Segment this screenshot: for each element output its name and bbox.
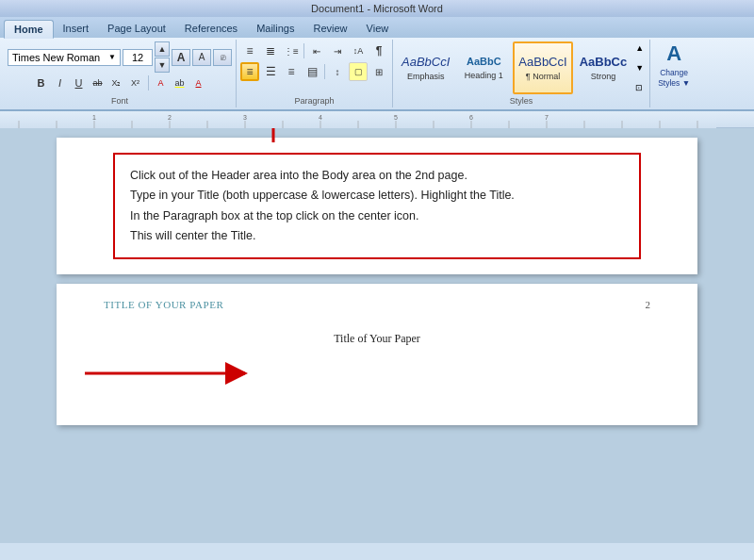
increase-indent-btn[interactable]: ⇥ — [328, 41, 347, 60]
superscript-btn[interactable]: X² — [127, 74, 144, 91]
svg-text:7: 7 — [545, 114, 549, 121]
title-bar: Document1 - Microsoft Word — [0, 0, 754, 17]
styles-scroll-up[interactable]: ▲ — [635, 43, 644, 53]
style-emphasis-label: Emphasis — [407, 72, 445, 81]
bullets-btn[interactable]: ≡ — [240, 41, 259, 60]
highlight-btn[interactable]: ab — [172, 74, 188, 91]
shrink-font-btn[interactable]: A — [192, 49, 211, 66]
change-styles-label: ChangeStyles ▼ — [658, 68, 690, 89]
divider2 — [303, 43, 304, 58]
grow-font-btn[interactable]: A — [172, 49, 190, 66]
change-styles-icon: A — [666, 43, 681, 64]
align-center-btn[interactable]: ☰ — [261, 62, 280, 81]
tab-mailings[interactable]: Mailings — [247, 19, 303, 38]
page2-header-row: TITLE OF YOUR PAPER 2 — [104, 299, 650, 310]
shading-btn[interactable]: ▢ — [349, 62, 368, 81]
font-name-box[interactable]: Times New Roman ▼ — [8, 49, 121, 66]
font-name: Times New Roman — [12, 52, 100, 63]
font-name-dropdown[interactable]: ▼ — [108, 53, 116, 61]
decrease-indent-btn[interactable]: ⇤ — [307, 41, 326, 60]
style-heading1-label: Heading 1 — [465, 71, 503, 80]
font-size-down[interactable]: ▼ — [155, 58, 170, 73]
justify-btn[interactable]: ▤ — [303, 62, 321, 81]
bold-btn[interactable]: B — [33, 74, 50, 91]
paragraph-group: ≡ ≣ ⋮≡ ⇤ ⇥ ↕A ¶ ≡ ☰ ≡ ▤ ↕ ▢ ⊞ Paragraph — [237, 40, 393, 107]
page1: Click out of the Header area into the Bo… — [57, 138, 697, 274]
tab-bar: Home Insert Page Layout References Maili… — [0, 17, 754, 38]
show-formatting-btn[interactable]: ¶ — [369, 41, 388, 60]
ribbon: Times New Roman ▼ 12 ▲ ▼ A A ⎚ B I U ab … — [0, 38, 754, 111]
underline-btn[interactable]: U — [71, 74, 88, 91]
styles-group: AaBbCcI Emphasis AaBbC Heading 1 AaBbCcI… — [393, 40, 650, 107]
text-effects-btn[interactable]: A — [153, 74, 170, 91]
page2-body: Title of Your Paper — [104, 329, 650, 346]
borders-btn[interactable]: ⊞ — [369, 62, 388, 81]
font-size-up[interactable]: ▲ — [155, 41, 170, 57]
font-group-label: Font — [111, 94, 128, 106]
sort-btn[interactable]: ↕A — [349, 41, 368, 60]
format-buttons-row: B I U ab X₂ X² A ab A — [33, 74, 207, 91]
main-area: Click out of the Header area into the Bo… — [0, 128, 754, 543]
tab-page-layout[interactable]: Page Layout — [98, 19, 175, 38]
style-strong[interactable]: AaBbCc Strong — [575, 41, 632, 94]
font-size: 12 — [132, 52, 143, 63]
divider3 — [324, 64, 325, 79]
instruction-line-2: Type in your Title (both uppercase & low… — [130, 186, 624, 206]
tab-home[interactable]: Home — [4, 20, 54, 39]
strikethrough-btn[interactable]: ab — [90, 74, 107, 91]
subscript-btn[interactable]: X₂ — [108, 74, 125, 91]
italic-btn[interactable]: I — [52, 74, 69, 91]
styles-expand[interactable]: ⊡ — [635, 83, 644, 92]
ruler: 1 2 3 4 5 6 7 — [0, 111, 754, 128]
red-arrow-title — [66, 345, 292, 402]
tab-view[interactable]: View — [357, 19, 399, 38]
style-strong-preview: AaBbCc — [580, 55, 628, 70]
para-row1: ≡ ≣ ⋮≡ ⇤ ⇥ ↕A ¶ — [240, 41, 388, 60]
clear-format-btn[interactable]: ⎚ — [213, 49, 232, 66]
align-left-btn[interactable]: ≡ — [240, 62, 259, 81]
line-spacing-btn[interactable]: ↕ — [328, 62, 347, 81]
title-text: Document1 - Microsoft Word — [311, 3, 443, 14]
instruction-line-4: This will center the Title. — [130, 226, 624, 246]
svg-text:4: 4 — [319, 114, 322, 121]
tab-references[interactable]: References — [175, 19, 247, 38]
style-strong-label: Strong — [591, 72, 616, 81]
svg-text:6: 6 — [469, 114, 473, 121]
page2-title: Title of Your Paper — [334, 332, 420, 345]
svg-text:3: 3 — [243, 114, 247, 121]
font-group: Times New Roman ▼ 12 ▲ ▼ A A ⎚ B I U ab … — [4, 40, 237, 107]
font-color-btn[interactable]: A — [190, 74, 207, 91]
styles-scroll: ▲ ▼ ⊡ — [633, 41, 646, 94]
svg-text:2: 2 — [168, 114, 172, 121]
paragraph-group-label: Paragraph — [294, 94, 334, 106]
style-normal[interactable]: AaBbCcI ¶ Normal — [513, 41, 572, 94]
svg-text:5: 5 — [394, 114, 398, 121]
font-size-box[interactable]: 12 — [123, 49, 153, 66]
style-normal-preview: AaBbCcI — [518, 55, 566, 70]
font-size-arrows: ▲ ▼ — [155, 41, 170, 73]
para-row2: ≡ ☰ ≡ ▤ ↕ ▢ ⊞ — [240, 62, 388, 81]
style-emphasis[interactable]: AaBbCcI Emphasis — [397, 41, 454, 94]
tab-insert[interactable]: Insert — [54, 19, 99, 38]
divider — [148, 75, 149, 91]
style-normal-label: ¶ Normal — [526, 72, 560, 81]
style-heading1[interactable]: AaBbC Heading 1 — [456, 41, 511, 94]
change-styles-btn[interactable]: A ChangeStyles ▼ — [650, 40, 697, 107]
page-gap — [9, 274, 745, 284]
page2-number: 2 — [646, 299, 651, 310]
align-right-btn[interactable]: ≡ — [282, 62, 301, 81]
tab-review[interactable]: Review — [303, 19, 356, 38]
style-emphasis-preview: AaBbCcI — [402, 55, 450, 70]
ruler-svg: 1 2 3 4 5 6 7 — [0, 111, 716, 128]
multilevel-btn[interactable]: ⋮≡ — [282, 41, 301, 60]
page2-header: TITLE OF YOUR PAPER — [104, 299, 223, 310]
numbering-btn[interactable]: ≣ — [261, 41, 280, 60]
styles-scroll-down[interactable]: ▼ — [635, 63, 644, 73]
page2: TITLE OF YOUR PAPER 2 Title of Your Pape… — [57, 284, 697, 425]
instruction-line-3: In the Paragraph box at the top click on… — [130, 206, 624, 226]
font-selector-row: Times New Roman ▼ 12 ▲ ▼ A A ⎚ — [8, 41, 232, 73]
style-items-row: AaBbCcI Emphasis AaBbC Heading 1 AaBbCcI… — [397, 41, 646, 94]
svg-text:1: 1 — [92, 114, 96, 121]
instruction-box: Click out of the Header area into the Bo… — [113, 153, 641, 259]
instruction-line-1: Click out of the Header area into the Bo… — [130, 166, 624, 186]
